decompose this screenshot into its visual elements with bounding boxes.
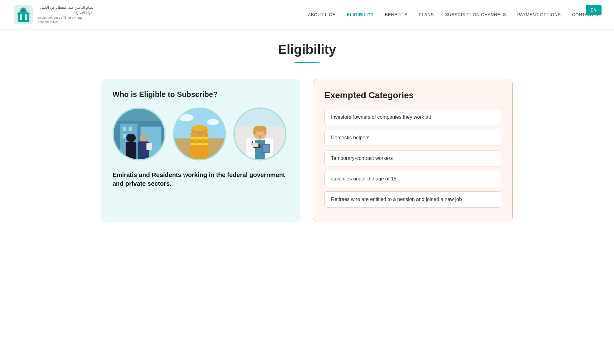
nav-payment[interactable]: PAYMENT OPTIONS [517, 12, 561, 17]
exempted-item-2: Domestic helpers [324, 130, 501, 146]
circles-row [113, 108, 289, 160]
svg-rect-29 [190, 143, 208, 146]
nav-about[interactable]: ABOUT ILOE [308, 12, 336, 17]
svg-rect-21 [146, 143, 152, 150]
svg-rect-47 [252, 143, 258, 147]
svg-rect-13 [129, 127, 132, 131]
nav-plans[interactable]: PLANS [419, 12, 434, 17]
eligible-card: Who is Eligible to Subscribe? [101, 79, 300, 222]
circle-image-2 [173, 108, 226, 160]
exempted-list: Investors (owners of companies they work… [324, 109, 501, 208]
svg-point-19 [140, 134, 147, 141]
svg-rect-27 [190, 132, 208, 159]
svg-rect-40 [247, 138, 255, 159]
svg-rect-14 [123, 134, 126, 138]
page-title: Eligibility [101, 42, 513, 57]
svg-point-26 [207, 119, 219, 125]
eligible-heading: Who is Eligible to Subscribe? [113, 90, 289, 99]
site-header: نظام التأمين ضد التعطل عن العمل بدولة ال… [0, 0, 614, 30]
svg-point-4 [20, 14, 22, 17]
exempted-item-5: Retirees who are entitled to a pension a… [324, 191, 501, 208]
svg-rect-45 [263, 129, 266, 135]
svg-point-33 [192, 125, 207, 131]
circle-image-1 [113, 108, 165, 160]
exempted-heading: Exempted Categories [324, 90, 501, 100]
svg-rect-49 [263, 145, 269, 152]
nav-subscription[interactable]: SUBSCRIPTION CHANNELS [445, 12, 506, 17]
svg-point-25 [179, 114, 194, 121]
exempted-item-3: Temporary-contract workers [324, 150, 501, 166]
svg-rect-44 [253, 129, 257, 135]
svg-rect-12 [123, 127, 126, 131]
circle-image-3 [233, 108, 286, 160]
svg-rect-5 [20, 17, 22, 20]
logo-area: نظام التأمين ضد التعطل عن العمل بدولة ال… [12, 4, 94, 26]
language-button[interactable]: EN [586, 5, 602, 15]
svg-rect-7 [25, 17, 27, 20]
svg-point-6 [25, 14, 27, 17]
exempted-item-1: Investors (owners of companies they work… [324, 109, 501, 125]
cards-row: Who is Eligible to Subscribe? [101, 79, 513, 222]
site-logo [12, 4, 34, 26]
nav-benefits[interactable]: BENEFITS [385, 12, 407, 17]
exempted-item-4: Juveniles under the age of 18 [324, 171, 501, 187]
title-underline [295, 62, 319, 63]
eligible-description: Emiratis and Residents working in the fe… [113, 170, 289, 188]
svg-point-18 [126, 134, 136, 142]
main-nav: ABOUT ILOE ELIGIBILITY BENEFITS PLANS SU… [308, 12, 602, 17]
exempted-card: Exempted Categories Investors (owners of… [313, 79, 513, 222]
nav-eligibility[interactable]: ELIGIBILITY [347, 12, 374, 17]
main-content: Eligibility Who is Eligible to Subscribe… [89, 30, 525, 241]
page-title-section: Eligibility [101, 42, 513, 63]
svg-rect-28 [190, 137, 208, 140]
svg-point-3 [20, 7, 26, 12]
logo-text: نظام التأمين ضد التعطل عن العمل بدولة ال… [37, 5, 94, 24]
svg-rect-17 [126, 142, 136, 159]
